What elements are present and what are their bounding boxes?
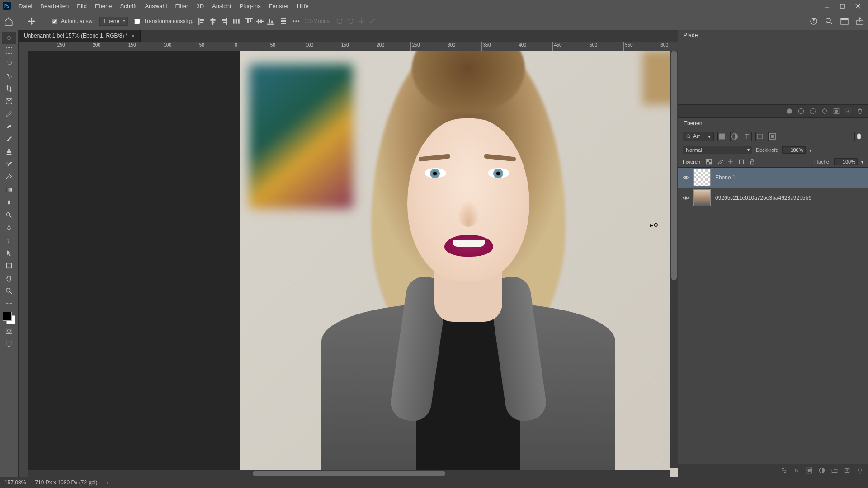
fill-input[interactable]: 100%: [834, 158, 858, 165]
stroke-path-icon[interactable]: [797, 108, 805, 115]
layer-row[interactable]: 09265c211e010a725e3ba4623a92b5b6: [678, 188, 868, 208]
edit-toolbar-icon[interactable]: [2, 297, 16, 310]
ruler-vertical[interactable]: [19, 42, 28, 477]
filter-pixel-icon[interactable]: [717, 132, 726, 141]
align-center-v-icon[interactable]: [256, 17, 264, 25]
lasso-tool[interactable]: [2, 57, 16, 70]
eraser-tool[interactable]: [2, 171, 16, 183]
layer-thumbnail[interactable]: [693, 189, 711, 206]
fill-path-icon[interactable]: [786, 108, 793, 115]
layer-row[interactable]: Ebene 1: [678, 168, 868, 188]
window-close[interactable]: [850, 0, 865, 12]
target-select[interactable]: Ebene: [99, 17, 128, 26]
menu-bild[interactable]: Bild: [73, 0, 91, 12]
dodge-tool[interactable]: [2, 209, 16, 221]
menu-ebene[interactable]: Ebene: [91, 0, 116, 12]
new-layer-icon[interactable]: [844, 467, 851, 474]
group-icon[interactable]: [831, 467, 838, 474]
close-icon[interactable]: ×: [131, 33, 135, 39]
transform-controls-checkbox[interactable]: Transformationsstrg.: [132, 17, 193, 26]
blur-tool[interactable]: [2, 196, 16, 209]
menu-ansicht[interactable]: Ansicht: [208, 0, 236, 12]
screenmode-icon[interactable]: [2, 337, 16, 350]
quick-select-tool[interactable]: [2, 70, 16, 82]
layer-name[interactable]: Ebene 1: [715, 174, 736, 181]
align-left-icon[interactable]: [198, 17, 206, 25]
distribute-v-icon[interactable]: [279, 17, 288, 25]
add-mask-icon[interactable]: [833, 108, 840, 115]
layer-name[interactable]: 09265c211e010a725e3ba4623a92b5b6: [715, 195, 811, 201]
mask-icon[interactable]: [806, 467, 813, 474]
layer-list[interactable]: Ebene 109265c211e010a725e3ba4623a92b5b6: [678, 168, 868, 464]
paths-panel-body[interactable]: [678, 41, 868, 105]
layer-thumbnail[interactable]: [693, 169, 711, 186]
align-bottom-icon[interactable]: [267, 17, 275, 25]
layers-panel-tab[interactable]: Ebenen: [678, 118, 868, 129]
align-top-icon[interactable]: [245, 17, 253, 25]
ruler-horizontal[interactable]: 2502001501005005010015020025030035040045…: [28, 42, 678, 51]
align-right-icon[interactable]: [220, 17, 228, 25]
link-layers-icon[interactable]: [780, 467, 788, 474]
history-brush-tool[interactable]: [2, 158, 16, 171]
eye-icon[interactable]: [682, 194, 690, 202]
cloud-docs-icon[interactable]: [809, 17, 818, 26]
lock-image-icon[interactable]: [716, 158, 723, 165]
home-icon[interactable]: [4, 16, 14, 26]
menu-datei[interactable]: Datei: [14, 0, 36, 12]
menu-3d[interactable]: 3D: [192, 0, 208, 12]
marquee-tool[interactable]: [2, 44, 16, 57]
distribute-h-icon[interactable]: [232, 17, 241, 25]
menu-hilfe[interactable]: Hilfe: [293, 0, 313, 12]
search-icon[interactable]: [825, 17, 834, 26]
color-swatches[interactable]: [3, 312, 15, 324]
canvas-viewport[interactable]: ▸✥: [28, 51, 678, 477]
selection-to-path-icon[interactable]: [821, 108, 828, 115]
hand-tool[interactable]: [2, 272, 16, 285]
more-align-icon[interactable]: [292, 17, 300, 25]
trash-icon[interactable]: [856, 467, 863, 474]
layer-filter-kind[interactable]: Art ▾: [683, 132, 714, 141]
eyedropper-tool[interactable]: [2, 108, 16, 120]
filter-adjust-icon[interactable]: [730, 132, 739, 141]
doc-dimensions[interactable]: 719 Px x 1080 Px (72 ppi): [35, 479, 97, 486]
opacity-input[interactable]: 100%: [782, 146, 806, 154]
fx-icon[interactable]: fx: [793, 467, 800, 474]
healing-tool[interactable]: [2, 120, 16, 133]
zoom-level[interactable]: 157,08%: [5, 479, 26, 486]
window-minimize[interactable]: [819, 0, 835, 12]
eye-icon[interactable]: [682, 174, 690, 182]
new-path-icon[interactable]: [844, 108, 852, 115]
lock-position-icon[interactable]: [727, 158, 734, 165]
menu-filter[interactable]: Filter: [171, 0, 193, 12]
status-menu-icon[interactable]: ›: [106, 479, 108, 486]
frame-tool[interactable]: [2, 95, 16, 108]
horizontal-scrollbar[interactable]: [28, 470, 670, 477]
zoom-tool[interactable]: [2, 285, 16, 297]
menu-fenster[interactable]: Fenster: [265, 0, 293, 12]
align-center-h-icon[interactable]: [209, 17, 217, 25]
lock-artboard-icon[interactable]: [738, 158, 745, 165]
path-to-selection-icon[interactable]: [809, 108, 816, 115]
filter-smart-icon[interactable]: [768, 132, 777, 141]
canvas[interactable]: ▸✥: [240, 51, 678, 477]
trash-icon[interactable]: [856, 108, 863, 115]
shape-tool[interactable]: [2, 259, 16, 272]
menu-auswahl[interactable]: Auswahl: [141, 0, 171, 12]
path-select-tool[interactable]: [2, 247, 16, 259]
crop-tool[interactable]: [2, 82, 16, 95]
share-icon[interactable]: [855, 17, 864, 26]
blend-mode-select[interactable]: Normal: [683, 146, 752, 154]
filter-type-icon[interactable]: T: [743, 132, 752, 141]
vertical-scrollbar[interactable]: [670, 51, 678, 468]
workspace-icon[interactable]: [840, 17, 849, 26]
adjustment-icon[interactable]: [818, 467, 826, 474]
filter-shape-icon[interactable]: [755, 132, 764, 141]
document-tab[interactable]: Unbenannt-1 bei 157% (Ebene 1, RGB/8) * …: [19, 30, 141, 42]
auto-select-checkbox[interactable]: Autom. ausw.:: [50, 17, 95, 26]
move-tool-icon[interactable]: [27, 16, 37, 26]
stamp-tool[interactable]: [2, 145, 16, 158]
move-tool[interactable]: [2, 32, 16, 44]
menu-schrift[interactable]: Schrift: [116, 0, 141, 12]
filter-toggle-icon[interactable]: [854, 132, 863, 141]
window-maximize[interactable]: [835, 0, 850, 12]
